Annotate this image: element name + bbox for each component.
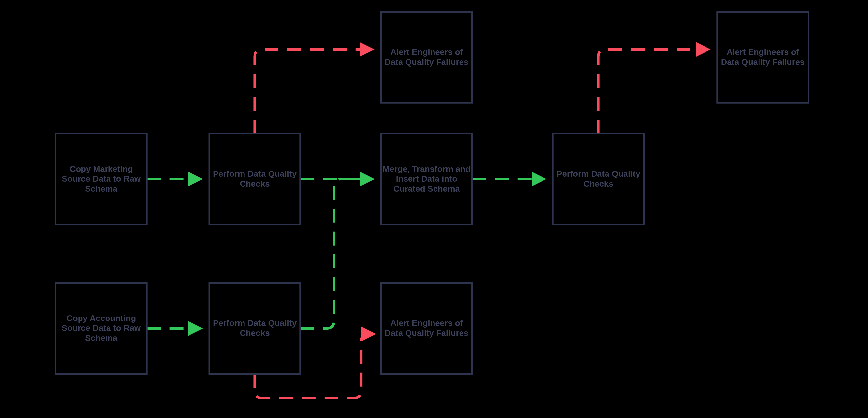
node-label: Data Quality Failures bbox=[721, 57, 805, 67]
node-label: Checks bbox=[240, 179, 270, 188]
node-label: Copy Marketing bbox=[70, 164, 133, 173]
node-qc-marketing: Perform Data QualityChecks bbox=[209, 134, 301, 225]
edge-qc-curated-to-alert bbox=[598, 49, 709, 134]
edge-qc-accounting-to-alert bbox=[255, 334, 374, 398]
node-alert-bottom: Alert Engineers ofData Quality Failures bbox=[381, 283, 472, 374]
node-alert-top: Alert Engineers ofData Quality Failures bbox=[381, 12, 472, 103]
node-label: Alert Engineers of bbox=[391, 318, 463, 328]
node-label: Schema bbox=[85, 333, 118, 343]
workflow-diagram: Copy MarketingSource Data to RawSchemaPe… bbox=[0, 0, 868, 418]
edge-qc-accounting-to-merge bbox=[300, 179, 372, 329]
node-label: Perform Data Quality bbox=[213, 318, 297, 328]
node-label: Insert Data into bbox=[396, 174, 457, 183]
node-label: Schema bbox=[85, 184, 118, 193]
node-label: Checks bbox=[240, 328, 270, 338]
node-qc-accounting: Perform Data QualityChecks bbox=[209, 283, 301, 374]
node-label: Perform Data Quality bbox=[557, 169, 640, 178]
node-copy-accounting: Copy AccountingSource Data to RawSchema bbox=[56, 283, 147, 374]
node-label: Curated Schema bbox=[393, 184, 460, 193]
edge-qc-marketing-to-alert bbox=[255, 49, 372, 134]
node-label: Data Quality Failures bbox=[385, 57, 468, 67]
node-label: Copy Accounting bbox=[67, 313, 136, 323]
node-label: Alert Engineers of bbox=[391, 47, 463, 57]
node-qc-curated: Perform Data QualityChecks bbox=[553, 134, 644, 225]
node-label: Source Data to Raw bbox=[62, 323, 141, 333]
node-label: Source Data to Raw bbox=[62, 174, 141, 183]
node-merge: Merge, Transform andInsert Data intoCura… bbox=[381, 134, 472, 225]
node-label: Alert Engineers of bbox=[726, 47, 799, 57]
node-label: Perform Data Quality bbox=[213, 169, 297, 178]
node-copy-marketing: Copy MarketingSource Data to RawSchema bbox=[56, 134, 147, 225]
node-label: Data Quality Failures bbox=[385, 328, 468, 338]
node-alert-right: Alert Engineers ofData Quality Failures bbox=[717, 12, 808, 103]
node-label: Checks bbox=[583, 179, 613, 188]
node-label: Merge, Transform and bbox=[383, 164, 471, 173]
